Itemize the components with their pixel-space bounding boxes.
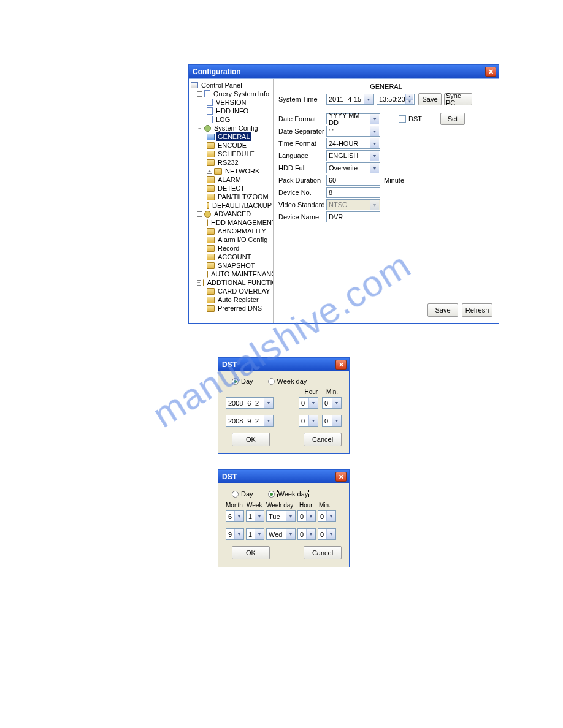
cancel-button[interactable]: Cancel — [304, 546, 342, 559]
dst-start-weekday[interactable]: Tue▼ — [266, 510, 296, 522]
ok-button[interactable]: OK — [232, 433, 270, 446]
tree-network[interactable]: NETWORK — [224, 167, 261, 175]
chevron-down-icon[interactable]: ▼ — [308, 398, 318, 408]
tree-qsi[interactable]: Query System Info — [212, 89, 270, 98]
dst-end-weekday[interactable]: Wed▼ — [266, 528, 296, 540]
chevron-down-icon[interactable]: ▼ — [370, 138, 379, 148]
chevron-down-icon[interactable]: ▼ — [308, 415, 318, 426]
cancel-button[interactable]: Cancel — [304, 433, 342, 446]
chevron-down-icon[interactable]: ▼ — [370, 126, 379, 136]
dst-end-hour[interactable]: 0▼ — [299, 415, 318, 427]
tree-abnormality[interactable]: ABNORMALITY — [216, 227, 267, 235]
chevron-down-icon[interactable]: ▼ — [326, 529, 335, 539]
collapse-icon[interactable]: − — [197, 126, 202, 131]
radio-day[interactable]: Day — [232, 377, 253, 385]
dst-start-month[interactable]: 6▼ — [226, 510, 244, 522]
device-name-input[interactable]: DVR — [326, 211, 380, 222]
collapse-icon[interactable]: − — [197, 211, 202, 217]
save-button[interactable]: Save — [427, 303, 458, 317]
chevron-down-icon[interactable]: ▼ — [364, 94, 373, 104]
language-select[interactable]: ENGLISH▼ — [326, 150, 380, 161]
chevron-down-icon[interactable]: ▼ — [306, 529, 315, 539]
close-icon[interactable]: ✕ — [335, 360, 347, 370]
tree-account[interactable]: ACCOUNT — [216, 252, 252, 261]
tree-alarmio[interactable]: Alarm I/O Config — [216, 235, 269, 244]
refresh-button[interactable]: Refresh — [462, 303, 492, 317]
chevron-down-icon[interactable]: ▼ — [264, 415, 273, 426]
dst-start-min[interactable]: 0▼ — [318, 510, 336, 522]
tree-encode[interactable]: ENCODE — [216, 141, 248, 150]
tree-control-panel[interactable]: Control Panel — [200, 81, 243, 89]
radio-day[interactable]: Day — [232, 490, 253, 498]
set-button[interactable]: Set — [440, 113, 465, 125]
time-format-select[interactable]: 24-HOUR▼ — [326, 138, 380, 149]
tree-defbk[interactable]: DEFAULT/BACKUP — [211, 201, 273, 210]
tree-automaint[interactable]: AUTO MAINTENANCE — [210, 270, 274, 278]
device-no-input[interactable]: 8 — [326, 187, 380, 198]
system-date-picker[interactable]: 2011- 4-15▼ — [326, 94, 374, 105]
close-icon[interactable]: ✕ — [485, 67, 496, 77]
radio-weekday[interactable]: Week day — [268, 377, 307, 385]
tree-hddinfo[interactable]: HDD INFO — [215, 107, 250, 115]
chevron-down-icon[interactable]: ▼ — [332, 398, 341, 408]
folder-icon — [207, 176, 215, 183]
chevron-down-icon[interactable]: ▼ — [255, 529, 264, 539]
chevron-down-icon[interactable]: ▼ — [234, 511, 243, 521]
tree-alarm[interactable]: ALARM — [216, 175, 242, 184]
dst-start-hour[interactable]: 0▼ — [297, 510, 316, 522]
tree-version[interactable]: VERSION — [215, 98, 248, 107]
tree-cardoverlay[interactable]: CARD OVERLAY — [216, 287, 271, 295]
tree-rs232[interactable]: RS232 — [216, 158, 240, 167]
chevron-down-icon[interactable]: ▼ — [264, 398, 273, 408]
tree-ptz[interactable]: PAN/TILT/ZOOM — [216, 192, 270, 201]
collapse-icon[interactable]: − — [197, 280, 201, 286]
hdd-full-select[interactable]: Overwrite▼ — [326, 162, 380, 173]
tree-snapshot[interactable]: SNAPSHOT — [216, 261, 256, 270]
chevron-down-icon[interactable]: ▼ — [286, 529, 295, 539]
dst-start-hour[interactable]: 0▼ — [299, 397, 318, 409]
collapse-icon[interactable]: − — [197, 91, 202, 97]
expand-icon[interactable]: + — [207, 169, 212, 174]
tree-advanced[interactable]: ADVANCED — [213, 210, 252, 218]
tree-preferreddns[interactable]: Preferred DNS — [216, 304, 263, 313]
date-separator-select[interactable]: '-'▼ — [326, 126, 380, 137]
chevron-down-icon[interactable]: ▼ — [370, 114, 379, 124]
pack-duration-input[interactable]: 60 — [326, 175, 380, 186]
tree-general[interactable]: GENERAL — [216, 132, 251, 141]
tree-detect[interactable]: DETECT — [216, 184, 246, 192]
tree-record[interactable]: Record — [216, 244, 240, 252]
tree-hddmgmt[interactable]: HDD MANAGEMENT — [210, 218, 274, 227]
dst-end-week[interactable]: 1▼ — [246, 528, 264, 540]
chevron-down-icon[interactable]: ▼ — [286, 511, 295, 521]
chevron-down-icon[interactable]: ▼ — [370, 151, 379, 161]
tree-schedule[interactable]: SCHEDULE — [216, 150, 256, 158]
tree-autoregister[interactable]: Auto Register — [216, 295, 260, 304]
dst-start-week[interactable]: 1▼ — [246, 510, 264, 522]
system-time-spinner[interactable]: 13:50:23▲▼ — [377, 94, 415, 105]
save-time-button[interactable]: Save — [418, 93, 442, 105]
tree-sysconf[interactable]: System Config — [213, 124, 259, 132]
ok-button[interactable]: OK — [232, 546, 270, 559]
tree-addfunc[interactable]: ADDTIONAL FUNCTION — [206, 278, 274, 287]
dst-end-min[interactable]: 0▼ — [322, 415, 342, 427]
nav-tree[interactable]: Control Panel −Query System Info VERSION… — [189, 79, 274, 323]
close-icon[interactable]: ✕ — [335, 472, 347, 482]
chevron-down-icon[interactable]: ▼ — [234, 529, 243, 539]
dst-checkbox[interactable] — [399, 115, 406, 123]
sync-pc-button[interactable]: Sync PC — [444, 93, 472, 105]
dst-end-min[interactable]: 0▼ — [318, 528, 336, 540]
dst-end-date[interactable]: 2008- 9- 2▼ — [226, 415, 274, 427]
tree-log[interactable]: LOG — [215, 115, 231, 124]
dst-start-min[interactable]: 0▼ — [322, 397, 342, 409]
date-format-select[interactable]: YYYY MM DD▼ — [326, 113, 380, 124]
chevron-down-icon[interactable]: ▼ — [332, 415, 341, 426]
dst-start-date[interactable]: 2008- 6- 2▼ — [226, 397, 274, 409]
chevron-down-icon[interactable]: ▼ — [370, 163, 379, 173]
dst-end-hour[interactable]: 0▼ — [297, 528, 316, 540]
dst-end-month[interactable]: 9▼ — [226, 528, 244, 540]
chevron-down-icon[interactable]: ▼ — [306, 511, 315, 521]
radio-weekday[interactable]: Week day — [268, 490, 310, 498]
spinner-icon[interactable]: ▲▼ — [405, 94, 413, 104]
chevron-down-icon[interactable]: ▼ — [255, 511, 264, 521]
chevron-down-icon[interactable]: ▼ — [326, 511, 335, 521]
